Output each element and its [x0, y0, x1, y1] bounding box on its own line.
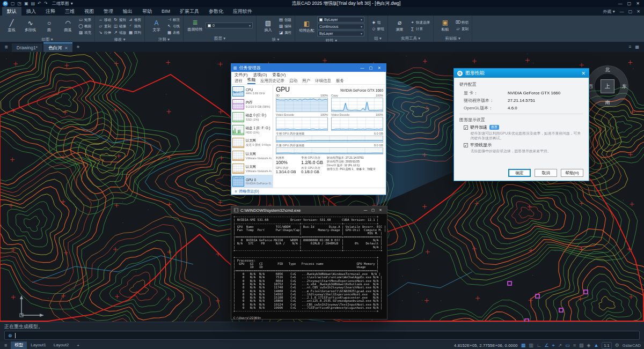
tm-tab-详细信息[interactable]: 详细信息: [315, 78, 331, 84]
tm-tab-服务[interactable]: 服务: [336, 78, 344, 84]
annotation-scale[interactable]: 1:1: [602, 342, 611, 349]
sidebar-item-eth0[interactable]: 以太网发送 0 接收 0 Kbps: [231, 136, 273, 149]
tm-tab-应用历史记录[interactable]: 应用历史记录: [260, 78, 284, 84]
doc-restore-button[interactable]: ▢: [628, 9, 633, 14]
polar-toggle[interactable]: ∠: [544, 343, 549, 348]
group-label-修改[interactable]: 修改 ▾: [96, 36, 143, 42]
lineweight-combo[interactable]: ByLayer▾: [317, 31, 364, 36]
undo-icon[interactable]: ↶: [38, 1, 41, 6]
group-label-图层[interactable]: 图层 ▾: [185, 35, 255, 42]
tool-创建[interactable]: ▤创建: [279, 17, 291, 23]
tool-旋转[interactable]: ↻旋转: [113, 17, 126, 23]
hamburger-icon[interactable]: ≡: [2, 44, 11, 50]
annotation-toggle[interactable]: ▲: [593, 343, 599, 348]
tool-粘贴[interactable]: ▣粘贴: [437, 19, 453, 32]
menu-文件(F)[interactable]: 文件(F): [235, 72, 248, 78]
gear-icon[interactable]: ⚙: [614, 343, 620, 348]
sidebar-item-disk0[interactable]: 磁盘 0 (C: D:)SSD (1%): [231, 110, 273, 123]
compass-east[interactable]: 东: [622, 83, 627, 90]
workspace-switcher[interactable]: 二维草图 ▾: [50, 1, 75, 6]
app-logo-icon[interactable]: G: [3, 1, 8, 6]
ribbon-tab-视图[interactable]: 视图: [79, 7, 99, 16]
lineweight-toggle[interactable]: ≡: [573, 343, 576, 348]
sidebar-item-eth1[interactable]: 以太网VMware Network Ad...: [231, 149, 273, 162]
grid-toggle[interactable]: ▦: [521, 343, 526, 348]
ribbon-tab-扩展工具[interactable]: 扩展工具: [175, 7, 204, 16]
transparency-toggle[interactable]: ▨: [579, 343, 584, 348]
tool-阵列[interactable]: ▦阵列: [128, 29, 141, 35]
tm-tab-启动[interactable]: 启动: [289, 78, 297, 84]
tool-圆角[interactable]: ◜圆角: [128, 23, 141, 29]
tool-图层特性[interactable]: ≣图层特性: [187, 19, 203, 32]
menu-选项(O)[interactable]: 选项(O): [253, 72, 267, 78]
tool-引线[interactable]: ↖引线: [167, 23, 180, 29]
dyn-input-toggle[interactable]: ▭: [565, 343, 570, 348]
selection-cycling-toggle[interactable]: ◈: [586, 343, 591, 348]
tool-移动[interactable]: ↔移动: [98, 17, 111, 23]
tool-修剪[interactable]: ⊿修剪: [128, 17, 141, 23]
tool-解组[interactable]: ◇解组: [371, 26, 384, 32]
layer-combo[interactable]: 0▾: [206, 23, 253, 28]
dialog-titlebar[interactable]: G 图形性能 ✕: [454, 69, 589, 78]
otrack-toggle[interactable]: ↗: [558, 343, 563, 348]
ribbon-tab-帮助[interactable]: 帮助: [137, 7, 157, 16]
tool-计算[interactable]: ∑计算: [410, 26, 430, 32]
doc-close-button[interactable]: ✕: [636, 9, 640, 14]
document-tab-色白河[interactable]: 色白河✕: [43, 42, 72, 52]
tm-tab-性能[interactable]: 性能: [247, 77, 255, 84]
tool-编辑[interactable]: ▨编辑: [279, 23, 291, 29]
tool-填充[interactable]: ▨填充: [78, 29, 91, 35]
appearance-menu[interactable]: 外观 ▾: [603, 9, 614, 14]
new-drawing-tab-button[interactable]: +: [74, 44, 82, 50]
sidebar-item-cpu[interactable]: CPU44% 3.89 GHz: [231, 85, 273, 98]
linetype-combo[interactable]: Continuous▾: [317, 24, 364, 29]
tool-椭圆[interactable]: ◯椭圆: [78, 23, 91, 29]
new-icon[interactable]: ▢: [11, 1, 15, 6]
group-label-块[interactable]: 块 ▾: [258, 36, 294, 42]
平滑线显示-checkbox[interactable]: ✓: [464, 143, 468, 147]
ortho-toggle[interactable]: ∟: [536, 343, 542, 348]
tool-快速选择[interactable]: ⌖快速选择: [410, 19, 430, 25]
minimize-button[interactable]: —: [362, 208, 369, 212]
tool-直线[interactable]: ╱直线: [3, 19, 20, 33]
tool-缩放[interactable]: ↗缩放: [113, 29, 126, 35]
group-label-组[interactable]: 组 ▾: [369, 35, 386, 42]
group-label-特性[interactable]: 特性 ▾: [296, 38, 367, 42]
cmd-output-area[interactable]: +---------------------------------------…: [231, 214, 387, 319]
status-menu-icon[interactable]: ≡: [3, 343, 8, 348]
save-icon[interactable]: ▣: [24, 1, 28, 6]
close-button[interactable]: ✕: [377, 208, 384, 212]
maximize-button[interactable]: ▢: [367, 66, 375, 70]
硬件加速-checkbox[interactable]: ✓: [464, 125, 468, 130]
minimize-button[interactable]: —: [618, 1, 623, 6]
tile-windows-icon[interactable]: ▦: [635, 44, 639, 49]
tm-tab-进程[interactable]: 进程: [235, 78, 243, 84]
sidebar-item-gpu0[interactable]: GPU 0NVIDIA GeForce G... 100%: [231, 175, 273, 188]
ribbon-tab-管理[interactable]: 管理: [99, 7, 118, 16]
tool-测量[interactable]: ⌀测量: [391, 19, 408, 32]
dialog-close-button[interactable]: ✕: [581, 71, 586, 76]
tool-矩形[interactable]: ▭矩形: [78, 17, 91, 23]
close-button[interactable]: ✕: [636, 1, 640, 6]
help-button[interactable]: 帮助(H): [561, 169, 583, 177]
sidebar-item-eth2[interactable]: 以太网VMware Network Ad...: [231, 162, 273, 175]
layout-tab-Layout1[interactable]: Layout1: [27, 341, 49, 349]
tool-文字[interactable]: A文字: [148, 19, 165, 33]
ribbon-tab-插入[interactable]: 插入: [21, 7, 41, 16]
group-label-绘图[interactable]: 绘图 ▾: [1, 36, 93, 42]
group-label-实用工具[interactable]: 实用工具 ▾: [389, 35, 432, 42]
add-layout-button[interactable]: +: [75, 343, 81, 348]
redo-icon[interactable]: ↷: [44, 1, 48, 6]
view-compass[interactable]: 北 南 西 东 上: [587, 66, 628, 107]
ribbon-tab-三维[interactable]: 三维: [60, 7, 79, 16]
compass-north[interactable]: 北: [605, 66, 610, 73]
close-button[interactable]: ✕: [375, 66, 384, 70]
maximize-button[interactable]: ▢: [627, 1, 632, 6]
sidebar-item-disk1[interactable]: 磁盘 1 (E: F: G:)HDD (1%): [231, 123, 273, 136]
menu-查看(V)[interactable]: 查看(V): [272, 72, 286, 78]
ribbon-tab-参数化[interactable]: 参数化: [204, 7, 228, 16]
tool-复制[interactable]: ▱复制: [456, 26, 469, 32]
tool-标注[interactable]: ⊣标注: [167, 17, 180, 23]
layout-tab-模型[interactable]: 模型: [11, 341, 27, 349]
group-label-注释[interactable]: 注释 ▾: [146, 36, 182, 42]
